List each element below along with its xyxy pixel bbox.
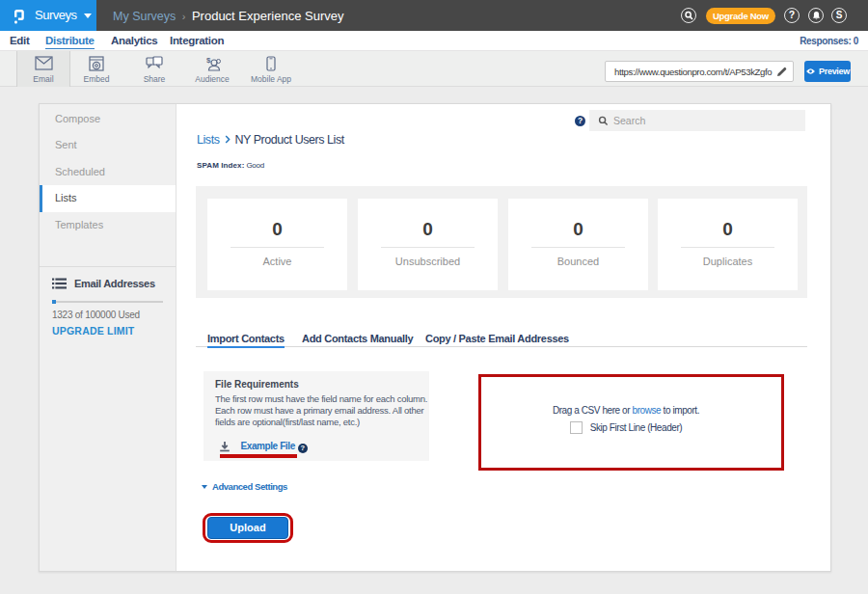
- svg-text:$: $: [206, 56, 211, 65]
